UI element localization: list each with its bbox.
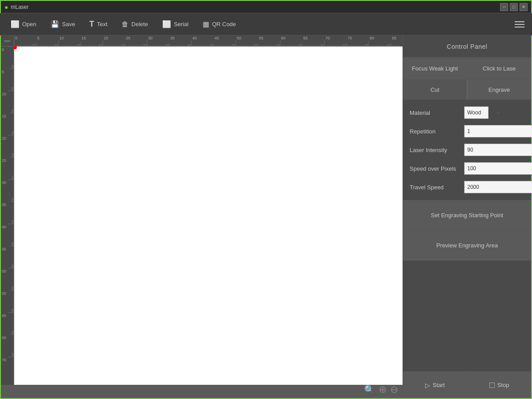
toolbar: ⬜ Open 💾 Save T Text 🗑 Delete ⬜ Serial ▦… — [0, 13, 532, 35]
svg-text:60: 60 — [281, 36, 286, 40]
svg-text:55: 55 — [259, 36, 263, 40]
svg-text:55: 55 — [2, 291, 6, 296]
origin-dot — [13, 46, 17, 49]
svg-text:50: 50 — [2, 269, 6, 274]
svg-text:5: 5 — [37, 36, 39, 40]
text-icon: T — [89, 20, 94, 29]
laser-intensity-input[interactable] — [464, 144, 532, 156]
zoom-out-button[interactable]: ⊖ — [390, 385, 398, 395]
start-button[interactable]: ▷ Start — [403, 372, 467, 398]
engrave-tab-label: Engrave — [489, 86, 510, 93]
repetition-label: Repetition — [410, 128, 461, 135]
set-engraving-starting-point-button[interactable]: Set Engraving Starting Point — [403, 200, 531, 231]
start-stop-area: ▷ Start Stop — [403, 372, 531, 398]
svg-text:30: 30 — [2, 180, 6, 185]
travel-speed-input[interactable] — [464, 181, 532, 193]
minimize-button[interactable]: ─ — [500, 3, 508, 11]
text-button[interactable]: T Text — [83, 17, 113, 31]
svg-text:15: 15 — [82, 36, 86, 40]
save-button[interactable]: 💾 Save — [44, 17, 82, 31]
svg-text:25: 25 — [126, 36, 130, 40]
svg-text:15: 15 — [2, 114, 6, 118]
start-label: Start — [433, 382, 445, 388]
svg-text:10: 10 — [59, 36, 64, 40]
serial-button[interactable]: ⬜ Serial — [156, 17, 195, 31]
engrave-tab[interactable]: Engrave — [467, 80, 531, 99]
set-engraving-starting-point-label: Set Engraving Starting Point — [431, 212, 503, 219]
speed-pixels-input[interactable] — [464, 162, 532, 175]
svg-text:30: 30 — [148, 36, 153, 40]
ruler-top-svg: 0510152025303540455055606570758085 — [14, 35, 400, 46]
travel-speed-row: Travel Speed mm/min — [410, 181, 524, 193]
material-row: Material Wood Acrylic Leather Metal ▼ — [410, 106, 524, 119]
app-icon: ● — [4, 4, 8, 11]
preview-engraving-area-label: Preview Engraving Area — [436, 242, 498, 249]
stop-icon — [489, 383, 495, 388]
svg-text:0: 0 — [2, 47, 4, 52]
hamburger-line-3 — [515, 27, 524, 27]
cut-tab[interactable]: Cut — [403, 80, 467, 99]
svg-text:35: 35 — [170, 36, 175, 40]
repetition-row: Repetition — [410, 125, 524, 137]
speed-pixels-row: Speed over Pixels mm/min — [410, 162, 524, 175]
save-label: Save — [62, 21, 75, 27]
svg-text:80: 80 — [370, 36, 374, 40]
svg-text:5: 5 — [2, 70, 4, 74]
cut-tab-label: Cut — [430, 86, 439, 93]
stop-label: Stop — [497, 382, 509, 388]
qrcode-icon: ▦ — [203, 20, 209, 28]
hamburger-button[interactable] — [512, 16, 528, 32]
titlebar-controls: ─ □ ✕ — [500, 3, 528, 11]
mode-tabs: Cut Engrave — [403, 80, 531, 100]
delete-label: Delete — [131, 21, 148, 27]
svg-text:70: 70 — [325, 36, 330, 40]
zoom-controls: 🔍 ⊕ ⊖ — [364, 385, 398, 395]
focus-weak-light-label: Focus Weak Light — [412, 65, 458, 72]
material-select[interactable]: Wood Acrylic Leather Metal — [464, 106, 489, 119]
canvas-area[interactable]: mm 0510152025303540455055606570758085 05… — [1, 35, 403, 398]
right-panel: Control Panel Focus Weak Light Click to … — [403, 35, 531, 398]
ruler-top: 0510152025303540455055606570758085 — [14, 35, 403, 47]
control-panel-header: Control Panel — [403, 35, 531, 58]
svg-text:25: 25 — [2, 158, 6, 163]
maximize-button[interactable]: □ — [510, 3, 518, 11]
open-button[interactable]: ⬜ Open — [4, 17, 43, 31]
svg-text:20: 20 — [2, 136, 6, 141]
laser-intensity-label: Laser Intensity — [410, 147, 461, 153]
preview-engraving-area-button[interactable]: Preview Engraving Area — [403, 231, 531, 261]
svg-text:60: 60 — [2, 313, 6, 318]
serial-icon: ⬜ — [162, 20, 171, 28]
svg-rect-0 — [14, 35, 400, 46]
speed-pixels-label: Speed over Pixels — [410, 165, 461, 172]
titlebar: ● mLaser ─ □ ✕ — [0, 0, 532, 13]
focus-weak-light-button[interactable]: Focus Weak Light — [403, 58, 467, 79]
material-label: Material — [410, 110, 461, 116]
svg-text:45: 45 — [2, 247, 6, 251]
material-select-wrapper: Wood Acrylic Leather Metal ▼ — [464, 106, 503, 119]
start-icon: ▷ — [425, 382, 430, 389]
svg-text:10: 10 — [2, 92, 6, 96]
serial-label: Serial — [174, 21, 188, 27]
app-title: mLaser — [11, 4, 28, 10]
repetition-input[interactable] — [464, 125, 532, 137]
close-button[interactable]: ✕ — [520, 3, 528, 11]
qrcode-button[interactable]: ▦ QR Code — [196, 17, 242, 31]
delete-button[interactable]: 🗑 Delete — [115, 18, 154, 31]
svg-text:45: 45 — [215, 36, 219, 40]
travel-speed-label: Travel Speed — [410, 184, 461, 191]
svg-text:20: 20 — [104, 36, 108, 40]
svg-text:65: 65 — [2, 336, 6, 340]
drawing-canvas[interactable] — [14, 47, 403, 385]
svg-rect-106 — [1, 47, 14, 385]
click-to-lase-button[interactable]: Click to Lase — [467, 58, 531, 79]
main: mm 0510152025303540455055606570758085 05… — [0, 35, 532, 399]
text-label: Text — [97, 21, 107, 27]
ruler-unit: mm — [4, 39, 10, 43]
svg-text:65: 65 — [303, 36, 308, 40]
hamburger-line-1 — [515, 21, 524, 22]
stop-button[interactable]: Stop — [467, 372, 531, 398]
zoom-fit-button[interactable]: 🔍 — [364, 385, 375, 394]
zoom-in-button[interactable]: ⊕ — [379, 385, 387, 395]
control-panel-title: Control Panel — [447, 43, 487, 50]
save-icon: 💾 — [51, 20, 59, 28]
